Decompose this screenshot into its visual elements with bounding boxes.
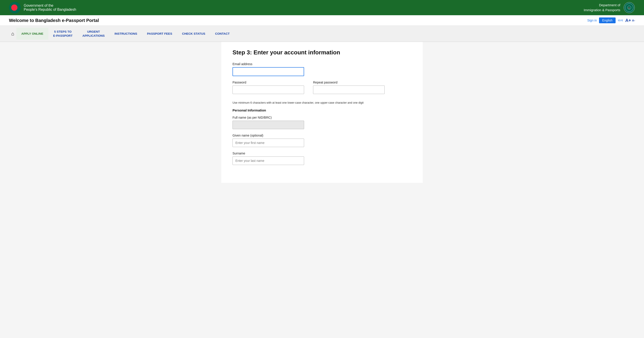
dept-branding: Department of Immigration & Passports 🦅 bbox=[584, 2, 635, 14]
font-increase-button[interactable]: A+ bbox=[625, 18, 631, 23]
email-label: Email address bbox=[232, 62, 412, 66]
password-group: Password bbox=[232, 80, 304, 94]
surname-input[interactable] bbox=[232, 156, 304, 165]
repeat-password-input[interactable] bbox=[313, 86, 385, 94]
nav-5-steps[interactable]: 5 STEPS TOe-PASSPORT bbox=[48, 26, 78, 42]
dept-title: Department of Immigration & Passports bbox=[584, 3, 620, 13]
given-name-label: Given name (optional) bbox=[232, 134, 412, 137]
surname-group: Surname bbox=[232, 152, 412, 165]
sign-in-link[interactable]: Sign in bbox=[587, 18, 597, 22]
passport-logo-icon: 🦅 bbox=[624, 2, 635, 14]
font-decrease-button[interactable]: A- bbox=[632, 19, 635, 22]
step-title: Step 3: Enter your account information bbox=[232, 49, 412, 56]
nav-passport-fees[interactable]: PASSPORT FEES bbox=[142, 28, 177, 40]
main-nav: ⌂ APPLY ONLINE 5 STEPS TOe-PASSPORT URGE… bbox=[0, 26, 644, 42]
language-english-button[interactable]: English bbox=[599, 18, 616, 23]
nav-apply-online[interactable]: APPLY ONLINE bbox=[16, 28, 48, 40]
surname-label: Surname bbox=[232, 152, 412, 155]
password-label: Password bbox=[232, 80, 304, 84]
full-name-label: Full name (as per NID/BRC) bbox=[232, 116, 412, 119]
repeat-password-label: Repeat password bbox=[313, 80, 385, 84]
nav-contact[interactable]: CONTACT bbox=[210, 28, 234, 40]
nav-bar: Welcome to Bangladesh e-Passport Portal … bbox=[0, 15, 644, 26]
gov-branding: Government of the People's Republic of B… bbox=[9, 2, 76, 14]
given-name-group: Given name (optional) bbox=[232, 134, 412, 147]
language-bangla-button[interactable]: বাংলা bbox=[618, 18, 623, 22]
repeat-password-group: Repeat password bbox=[313, 80, 385, 94]
font-size-controls: A+ A- bbox=[625, 18, 635, 23]
portal-title: Welcome to Bangladesh e-Passport Portal bbox=[9, 18, 99, 23]
nav-urgent-applications[interactable]: URGENTAPPLICATIONS bbox=[78, 26, 110, 42]
gov-title: Government of the People's Republic of B… bbox=[24, 4, 76, 12]
password-row: Password Repeat password bbox=[232, 80, 412, 98]
home-button[interactable]: ⌂ bbox=[9, 27, 16, 40]
full-name-input[interactable] bbox=[232, 121, 304, 129]
nav-instructions[interactable]: INSTRUCTIONS bbox=[110, 28, 142, 40]
password-input[interactable] bbox=[232, 86, 304, 94]
content-area: Step 3: Enter your account information E… bbox=[221, 42, 423, 183]
password-hint: Use minimum 6 characters with at least o… bbox=[232, 101, 412, 104]
email-group: Email address bbox=[232, 62, 412, 76]
portal-title-area: Welcome to Bangladesh e-Passport Portal bbox=[9, 18, 99, 23]
svg-text:🦅: 🦅 bbox=[628, 7, 630, 9]
nav-bar-actions: Sign in English বাংলা A+ A- bbox=[587, 18, 635, 23]
gov-logo-icon bbox=[9, 2, 20, 14]
email-input[interactable] bbox=[232, 67, 304, 76]
top-header: Government of the People's Republic of B… bbox=[0, 0, 644, 15]
full-name-group: Full name (as per NID/BRC) bbox=[232, 116, 412, 129]
svg-point-1 bbox=[11, 4, 18, 11]
nav-check-status[interactable]: CHECK STATUS bbox=[177, 28, 210, 40]
personal-info-title: Personal Information bbox=[232, 108, 412, 112]
given-name-input[interactable] bbox=[232, 138, 304, 147]
